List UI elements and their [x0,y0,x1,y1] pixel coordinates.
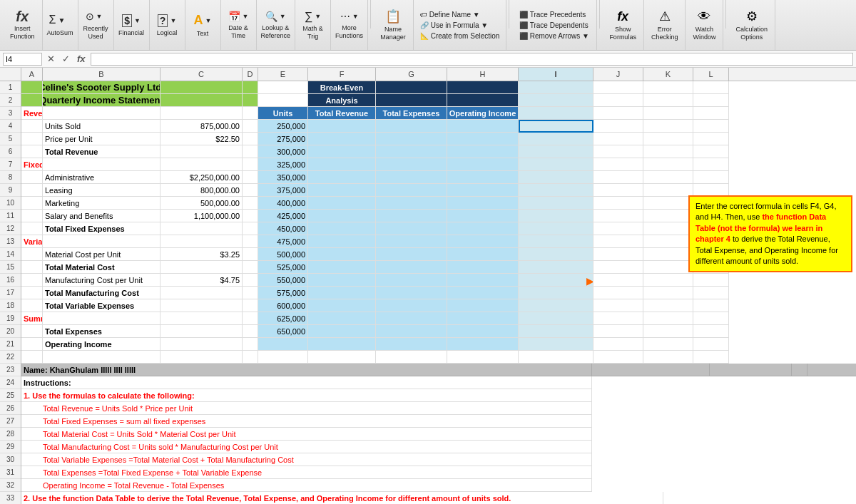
cell-l21[interactable] [693,338,729,351]
cell-g2[interactable] [376,94,447,107]
cell-i2[interactable] [519,94,593,107]
cell-k8[interactable] [643,171,693,184]
cell-j17[interactable] [593,287,643,299]
cell-l15[interactable] [693,261,729,274]
cell-e13[interactable]: 475,000 [258,235,308,248]
col-header-l[interactable]: L [693,68,729,81]
cell-e1[interactable] [258,81,308,94]
row-num-23[interactable]: 23 [0,364,21,376]
cell-i16[interactable]: ▶ [519,274,593,287]
show-formulas-btn[interactable]: fx ShowFormulas [606,8,639,43]
cell-j3[interactable] [593,107,643,120]
cell-k18[interactable] [643,299,693,312]
cell-l1[interactable] [693,81,729,94]
cell-d21[interactable] [243,338,258,351]
cell-c7[interactable] [160,158,243,171]
cell-f17[interactable] [308,287,376,299]
row-num-10[interactable]: 10 [0,197,21,210]
cell-b17[interactable]: Total Manufacturing Cost [43,287,160,299]
cell-e14[interactable]: 500,000 [258,248,308,261]
cell-e11[interactable]: 425,000 [258,210,308,222]
cell-f15[interactable] [308,261,376,274]
cell-reference-box[interactable]: I4 [3,53,42,66]
cell-d8[interactable] [243,171,258,184]
cell-a17[interactable] [21,287,43,299]
cell-e4[interactable]: 250,000 [258,120,308,133]
cell-l11[interactable] [693,210,729,222]
cell-h10[interactable] [447,197,519,210]
cell-g19[interactable] [376,312,447,325]
cell-l2[interactable] [693,94,729,107]
cell-j9[interactable] [593,184,643,197]
cell-a15[interactable] [21,261,43,274]
cell-g11[interactable] [376,210,447,222]
cell-k4[interactable] [643,120,693,133]
cell-b1[interactable]: Celine's Scooter Supply Ltd. [43,81,160,94]
cell-f16[interactable] [308,274,376,287]
cell-g13[interactable] [376,235,447,248]
cell-b2[interactable]: Quarterly Income Statement [43,94,160,107]
cell-c22[interactable] [160,351,243,364]
cell-f7[interactable] [308,158,376,171]
cell-g15[interactable] [376,261,447,274]
cell-i1[interactable] [519,81,593,94]
cell-h21[interactable] [447,338,519,351]
cell-f5[interactable] [308,133,376,145]
cell-b12[interactable]: Total Fixed Expenses [43,222,160,235]
col-header-h[interactable]: H [447,68,519,81]
cell-d16[interactable] [243,274,258,287]
cell-d15[interactable] [243,261,258,274]
cell-f6[interactable] [308,145,376,158]
cell-c5[interactable]: $22.50 [160,133,243,145]
cell-i10[interactable] [519,197,593,210]
cell-e5[interactable]: 275,000 [258,133,308,145]
cell-h13[interactable] [447,235,519,248]
cell-a2[interactable] [21,94,43,107]
cell-b4[interactable]: Units Sold [43,120,160,133]
cell-g16[interactable] [376,274,447,287]
cell-f4[interactable] [308,120,376,133]
cell-a3[interactable]: Revenue [21,107,43,120]
row-num-8[interactable]: 8 [0,171,21,184]
cell-d20[interactable] [243,325,258,338]
cell-j7[interactable] [593,158,643,171]
error-checking-btn[interactable]: ⚠ ErrorChecking [648,7,681,43]
col-header-j[interactable]: J [593,68,643,81]
col-header-i[interactable]: I [519,68,593,81]
cell-h4[interactable] [447,120,519,133]
cell-b11[interactable]: Salary and Benefits [43,210,160,222]
row-num-4[interactable]: 4 [0,120,21,133]
cell-a22[interactable] [21,351,43,364]
cell-j2[interactable] [593,94,643,107]
cell-j18[interactable] [593,299,643,312]
cell-l17[interactable] [693,287,729,299]
cell-k19[interactable] [643,312,693,325]
row-num-26[interactable]: 26 [0,402,21,415]
row-num-9[interactable]: 9 [0,184,21,197]
cell-a10[interactable] [21,197,43,210]
cell-e3[interactable]: Units [258,107,308,120]
recently-used-btn[interactable]: ⊙ ▼ [83,10,108,23]
cell-l20[interactable] [693,325,729,338]
cell-f21[interactable] [308,338,376,351]
cell-k13[interactable] [643,235,693,248]
cell-i15[interactable] [519,261,593,274]
cell-g18[interactable] [376,299,447,312]
col-header-f[interactable]: F [308,68,376,81]
cell-k14[interactable] [643,248,693,261]
cell-d13[interactable] [243,235,258,248]
row-num-12[interactable]: 12 [0,222,21,235]
remove-arrows-btn[interactable]: ⬛ Remove Arrows ▼ [517,31,591,41]
row-num-17[interactable]: 17 [0,287,21,299]
lookup-ref-btn[interactable]: 🔍 ▼ [263,10,288,23]
cell-c1[interactable] [160,81,243,94]
cell-d14[interactable] [243,248,258,261]
col-header-d[interactable]: D [243,68,258,81]
cell-g4[interactable] [376,120,447,133]
cell-c21[interactable] [160,338,243,351]
cell-d17[interactable] [243,287,258,299]
cell-d12[interactable] [243,222,258,235]
cell-h22[interactable] [447,351,519,364]
cell-l4[interactable] [693,120,729,133]
row-num-6[interactable]: 6 [0,145,21,158]
